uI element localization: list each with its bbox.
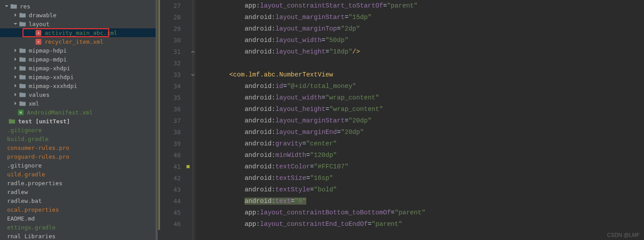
tree-item-label: mipmap-hdpi [29,47,67,54]
gutter-line-number[interactable]: 38 [158,126,196,138]
tree-item-ocal-properties[interactable]: ocal.properties [0,205,158,214]
tree-item-mipmap-hdpi[interactable]: mipmap-hdpi [0,46,158,55]
tree-item-recycler_item-xml[interactable]: xrecycler_item.xml [0,37,158,46]
chevron-right-icon[interactable] [12,83,19,89]
tree-item-values[interactable]: values [0,90,158,99]
editor-scrollbar[interactable] [639,0,644,240]
code-line[interactable]: android:layout_marginEnd="20dp" [196,126,644,138]
gutter-line-number[interactable]: 41 [158,161,196,172]
code-line[interactable]: android:layout_width="wrap_content" [196,92,644,103]
chevron-right-icon[interactable] [12,91,19,98]
chevron-right-icon[interactable] [12,47,19,53]
code-line[interactable]: android:layout_marginStart="20dp" [196,115,644,126]
code-line[interactable]: android:textStyle="bold" [196,184,644,195]
code-line[interactable]: android:layout_height="wrap_content" [196,103,644,115]
tree-item-res[interactable]: res [0,2,158,11]
code-line[interactable]: android:text="0" [196,195,644,207]
chevron-right-icon[interactable] [12,56,19,62]
fold-start-icon[interactable] [191,72,195,77]
line-number: 27 [173,2,181,9]
gutter-line-number[interactable]: 44 [158,195,196,207]
gutter-line-number[interactable]: 33 [158,69,196,80]
tree-item-activity_main_abc-xml[interactable]: xactivity_main_abc.xml [0,28,158,37]
tree-item-androidmanifest-xml[interactable]: MAndroidManifest.xml [0,108,158,117]
tree-item-mipmap-xxhdpi[interactable]: mipmap-xxhdpi [0,72,158,81]
tree-item-label: values [29,91,50,98]
chevron-down-icon[interactable] [12,21,19,27]
tree-item-test--unittest-[interactable]: test [unitTest] [0,117,158,126]
code-line[interactable]: android:gravity="center" [196,138,644,149]
gutter-line-number[interactable]: 27 [158,0,196,11]
code-line[interactable]: android:layout_width="50dp" [196,34,644,46]
code-line[interactable]: app:layout_constraintStart_toStartOf="pa… [196,0,644,11]
project-tree-sidebar[interactable]: resdrawablelayoutxactivity_main_abc.xmlx… [0,0,158,240]
token-eq: = [337,129,341,136]
token-ns: android [244,129,271,136]
tree-item-consumer-rules-pro[interactable]: consumer-rules.pro [0,143,158,152]
gutter-line-number[interactable]: 36 [158,103,196,115]
gutter-line-number[interactable]: 31 [158,46,196,57]
chevron-down-icon[interactable] [4,3,10,9]
tree-item-radle-properties[interactable]: radle.properties [0,179,158,187]
tree-item-build-gradle[interactable]: build.gradle [0,134,158,143]
tree-item-mipmap-xxxhdpi[interactable]: mipmap-xxxhdpi [0,81,158,90]
token-attr: layout_marginStart [275,117,345,124]
sidebar-resize-handle[interactable] [156,0,158,240]
gutter-line-number[interactable]: 35 [158,92,196,103]
gutter-line-number[interactable]: 45 [158,207,196,218]
code-line[interactable]: android:id="@+id/total_money" [196,80,644,92]
gutter-line-number[interactable]: 40 [158,149,196,161]
token-attr: layout_width [275,37,321,44]
project-tree[interactable]: resdrawablelayoutxactivity_main_abc.xmlx… [0,0,158,240]
gutter-line-number[interactable]: 30 [158,34,196,46]
tree-item-layout[interactable]: layout [0,19,158,28]
chevron-right-icon[interactable] [12,100,19,107]
token-str: "parent" [372,221,403,228]
chevron-right-icon[interactable] [12,65,19,71]
chevron-right-icon[interactable] [12,12,19,18]
gutter-line-number[interactable]: 29 [158,23,196,34]
token-eq: : [256,221,260,228]
tree-item-rnal-libraries[interactable]: rnal Libraries [0,232,158,240]
token-str: "bold" [314,186,337,193]
code-line[interactable]: android:layout_height="18dp"/> [196,46,644,57]
tree-item--gitignore[interactable]: .gitignore [0,161,158,170]
fold-end-icon[interactable] [191,50,195,54]
gutter-line-number[interactable]: 39 [158,138,196,149]
tree-item-proguard-rules-pro[interactable]: proguard-rules.pro [0,152,158,161]
gutter-line-number[interactable]: 28 [158,11,196,23]
gutter-line-number[interactable]: 34 [158,80,196,92]
tree-item-uild-gradle[interactable]: uild.gradle [0,170,158,179]
tree-item-radlew-bat[interactable]: radlew.bat [0,196,158,205]
code-line[interactable]: android:textColor="#FFC107" [196,161,644,172]
gutter-line-number[interactable]: 32 [158,57,196,69]
chevron-right-icon[interactable] [12,74,19,80]
editor-gutter[interactable]: 2728293031323334353637383940414243444546 [158,0,196,240]
token-eq: : [271,83,275,90]
tree-item-xml[interactable]: xml [0,99,158,108]
tree-item-mipmap-mdpi[interactable]: mipmap-mdpi [0,55,158,64]
code-line[interactable]: app:layout_constraintEnd_toEndOf="parent… [196,218,644,230]
code-line[interactable]: android:minWidth="120dp" [196,149,644,161]
gutter-line-number[interactable]: 37 [158,115,196,126]
code-line[interactable]: android:textSize="16sp" [196,172,644,184]
tree-item-drawable[interactable]: drawable [0,11,158,19]
token-eq: : [271,175,275,182]
code-line[interactable] [196,57,644,69]
code-line[interactable]: <com.lmf.abc.NumberTextView [196,69,644,80]
tree-item-mipmap-xhdpi[interactable]: mipmap-xhdpi [0,64,158,72]
code-editor[interactable]: app:layout_constraintStart_toStartOf="pa… [196,0,644,240]
tree-item--gitignore[interactable]: .gitignore [0,126,158,134]
code-line[interactable]: android:layout_marginTop="2dp" [196,23,644,34]
tree-item-ettings-gradle[interactable]: ettings.gradle [0,223,158,232]
token-eq: = [345,117,349,124]
code-line[interactable]: android:layout_marginStart="15dp" [196,11,644,23]
tree-item-radlew[interactable]: radlew [0,187,158,196]
code-line[interactable]: app:layout_constraintBottom_toBottomOf="… [196,207,644,218]
gutter-line-number[interactable]: 46 [158,218,196,230]
token-attr: layout_constraintStart_toStartOf [260,2,383,9]
gutter-line-number[interactable]: 43 [158,184,196,195]
gutter-line-number[interactable]: 42 [158,172,196,184]
gutter-change-marker [158,80,160,92]
tree-item-eadme-md[interactable]: EADME.md [0,214,158,223]
